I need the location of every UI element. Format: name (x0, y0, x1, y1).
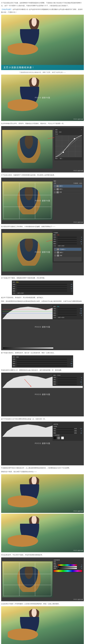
watermark-corner: POCO 摄影专题 (73, 118, 83, 120)
before-after-text: 调色到这个程度，我们来看下原图跟现在的对比—— (1, 470, 84, 473)
photo-after: POCO 摄影专题 (1, 514, 84, 552)
eye-icon[interactable] (54, 192, 56, 193)
sc-target[interactable]: 青色 (57, 306, 59, 307)
step5-text: 减少叶子里的青色，青色减10，再次增加氛围温暖。故而减少。 (1, 296, 84, 299)
blend-mode[interactable]: 正常 (54, 182, 56, 184)
curves-panel-title: 属性 (55, 129, 58, 131)
sc-target[interactable]: 白色 (16, 356, 19, 358)
layer-item[interactable]: 可选颜色 1 (54, 248, 81, 251)
layer-list: 曲线 2 曲线 1 背景 (54, 185, 82, 194)
step3-text: 我习惯先用可选颜色工具来调色，大体的颜色倾向是偏暖。按顺序调整如下—— (1, 225, 84, 228)
selective-color-neutral[interactable]: 颜色：中性色 青色：-8 洋红：0 黄色：+13 黑色：0 (53, 374, 83, 386)
step4-text: 这个是减少叶子颜色，使氛围加强整个画面更温暖，对比更明显。 (1, 277, 84, 280)
step2-text: 片子会有点灰灰，拍摄使用了1/8M的黑柔化滤光镜，所以基本上自带柔光效果。 (1, 174, 84, 176)
ps-crop-panel: 图层 正常 不透明度：100% 曲线 2 曲线 1 背景 POCO 摄影专题 P… (1, 178, 84, 224)
sc-title: 可选颜色 (53, 232, 82, 234)
opacity-label: 不透明度： (73, 183, 79, 184)
promo-text: 【16会声会影】 会声会影2018教程大全 会声会影X8/X9/X10视频教程大… (1, 8, 84, 14)
sc-method[interactable]: 方法： ○ 相对 ● 绝对 (53, 245, 82, 247)
layer-item[interactable]: 背景 (54, 191, 82, 194)
svg-point-0 (63, 152, 64, 153)
watermark: POCO 摄影专题 (35, 393, 50, 396)
layer-item[interactable]: 曲线 1 (54, 188, 82, 190)
hero-subtitle: 下面就用这张为列为大家做示范。调整了背景。来看下处理过程—— (1, 71, 84, 74)
eye-icon[interactable] (54, 188, 56, 190)
svg-point-1 (74, 138, 75, 139)
selective-color-panel[interactable]: 可选颜色 颜色：红色 青色：0 洋红：0 黄色：-10 黑色：-2 方法： ○ … (53, 231, 83, 262)
layers-panel-title: 图层 (54, 180, 82, 182)
selective-color-white[interactable]: 颜色：白色 青色：0 洋红：0 黄色：+25 黑色：+3 (12, 355, 73, 368)
step8-text: 再做色温部分调整为+13，调整黄色部分减少青色加22，使环境黄温明显一些，显得温… (1, 369, 84, 372)
photo-before: POCO 摄影专题 (1, 474, 84, 513)
curves-properties[interactable]: 属性 ≡ 预设： 自定 RGB 输出： (54, 128, 83, 160)
watermark-corner: POCO 摄影专题 (73, 170, 83, 172)
ps-selective-color-1: 可选颜色 颜色：红色 青色：0 洋红：0 黄色：-10 黑色：-2 方法： ○ … (1, 229, 84, 275)
step12-text: 点击应用文字脸部［手部和腿部］之后我们再用色相/饱和度，降低一点脸上黄的饱和。 (1, 602, 84, 605)
promo-tag[interactable]: 【16会声会影】 (1, 8, 12, 10)
hero-title-bar: 文艺小清新后期教程来袭！ (1, 65, 84, 70)
step6-text: 同样，青色是唇部和深层颜色部分的整体的黑色部分加黑，去黑色也可以减少脸部的黄调，… (1, 300, 84, 303)
eye-icon[interactable] (54, 185, 56, 187)
color-balance-panel[interactable]: 色彩平衡 中间调 青色红色+17 洋红绿色0 黄色蓝色-12 ☑ 保持明度 (53, 422, 83, 440)
watermark: POCO 摄影专题 (35, 326, 50, 328)
ps-histogram-2: 颜色：中性色 青色：-8 洋红：0 黄色：+13 黑色：0 POCO 摄影专题 (1, 372, 84, 416)
preset-label: 预设： (55, 132, 59, 133)
opacity-val[interactable]: 100% (79, 183, 82, 184)
layer-item[interactable]: 曲线 2 (54, 185, 82, 188)
sc-target[interactable]: 红色 (57, 234, 59, 236)
step10-text: 可选颜色的调节色彩大概就是这些，以上数据都需要根据原图实际，大家要根据自己的片子… (1, 467, 84, 470)
watermark-corner: POCO 摄影专题 (73, 599, 83, 600)
step9-text: 减下中性色部分 这个部分调整后整体会多偏一点，也更日系一些。 (1, 418, 84, 420)
step11-text: 对比起来说OK，可以关闭下曲线，开始对色调更加精细处理。 (1, 554, 84, 556)
step1-text: 先从RAW格式导出JPG，再到PS，用曲线拉出S型曲线，增加对比，可以让片子更通… (1, 122, 84, 125)
watermark: POCO 摄影专题 (35, 96, 50, 99)
in-label: 输入： (60, 158, 63, 159)
sc-target[interactable]: 中性色 (57, 375, 60, 376)
hsl-properties[interactable]: 色相/饱和度 自定 黄色 色相：0 饱和度：-18 明度：0 (53, 558, 83, 573)
ps-color-balance: 色彩平衡 中间调 青色红色+17 洋红绿色0 黄色蓝色-12 ☑ 保持明度 PO… (1, 422, 84, 465)
ps-hsl-panel: 色相/饱和度 自定 黄色 色相：0 饱和度：-18 明度：0 POCO 摄影专题 (1, 558, 84, 601)
layer-item[interactable]: 背景 (54, 254, 81, 257)
intro-text: 片子是在窗边逆光下拍摄，如果调整的干净通透就显得尤为重要。下面就给大家介绍这组片… (1, 2, 84, 7)
sc-colors-label: 颜色： (53, 234, 57, 236)
out-label: 输出： (55, 158, 59, 159)
layer-item[interactable]: 曲线 2 (54, 251, 81, 254)
watermark-corner: POCO 摄影专题 (73, 510, 83, 512)
promo-body: 会声会影2018教程大全 会声会影X8/X9/X10视频教程大全高清素材 会声会… (1, 8, 82, 13)
selective-color-cyan[interactable]: 颜色：青色 青色：-100 洋红：+22 黄色：+100 黑色：0 方法： ○ … (53, 305, 83, 319)
step7-text: 接下来是白色部分。把黄色加25，使白加一点点色倾向黄，增加一点黄分层次。 (1, 352, 84, 354)
curves-channel[interactable]: RGB (55, 134, 82, 135)
watermark: POCO 摄影专题 (35, 442, 50, 444)
photo-adjusted: POCO 摄影专题 (1, 606, 84, 644)
sc-target[interactable]: 黄色 (16, 282, 19, 283)
watermark: POCO 摄影专题 (35, 200, 50, 202)
menu-icon[interactable]: ≡ (81, 129, 82, 131)
watermark: POCO 摄影专题 (35, 251, 50, 253)
ps-histogram-1: 颜色：青色 青色：-100 洋红：+22 黄色：+100 黑色：0 方法： ○ … (1, 304, 84, 350)
watermark-corner: POCO 摄影专题 (73, 222, 83, 223)
sample-photo: POCO 摄影专题 POCO 摄影专题 (1, 74, 84, 121)
ps-curves-panel: 属性 ≡ 预设： 自定 RGB 输出： (1, 126, 84, 172)
selective-color-yellow[interactable]: 颜色：黄色 青色：-10 洋红：-13 黄色：-10 黑色：0 方法： ○ 相对… (12, 280, 73, 295)
hero-image: 文艺小清新后期教程来袭！ (1, 15, 84, 70)
preset-val[interactable]: 自定 (59, 132, 61, 133)
watermark-corner: POCO 摄影专题 (73, 550, 83, 552)
